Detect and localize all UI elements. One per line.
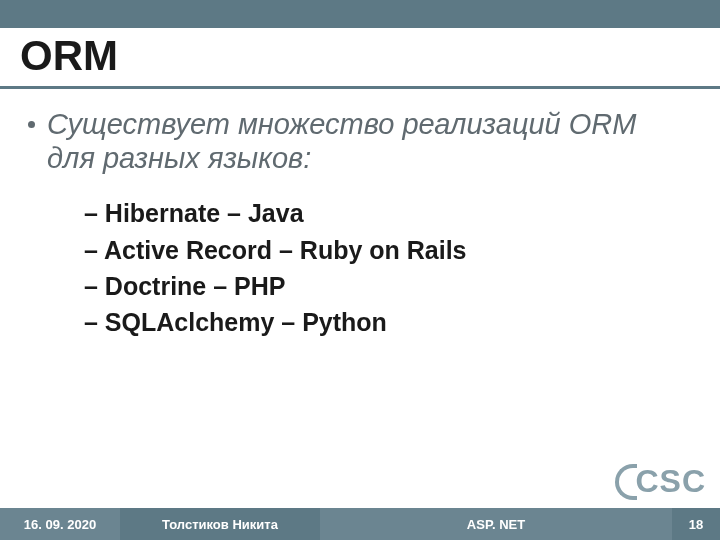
logo-arc-icon <box>615 464 637 500</box>
content-area: Существует множество реализаций ORM для … <box>0 89 720 508</box>
footer-author: Толстиков Никита <box>120 508 320 540</box>
csc-logo: CSC <box>615 463 706 500</box>
top-bar <box>0 0 720 28</box>
list-item: – SQLAclchemy – Python <box>84 304 692 340</box>
bullet-icon <box>28 121 35 128</box>
footer-page: 18 <box>672 508 720 540</box>
list-item: – Hibernate – Java <box>84 195 692 231</box>
slide-title: ORM <box>20 32 700 80</box>
sub-list: – Hibernate – Java – Active Record – Rub… <box>28 195 692 340</box>
footer-date: 16. 09. 2020 <box>0 508 120 540</box>
lead-text: Существует множество реализаций ORM для … <box>47 107 692 175</box>
logo-text: CSC <box>635 463 706 500</box>
slide: ORM Существует множество реализаций ORM … <box>0 0 720 540</box>
title-area: ORM <box>0 28 720 82</box>
lead-row: Существует множество реализаций ORM для … <box>28 107 692 191</box>
list-item: – Active Record – Ruby on Rails <box>84 232 692 268</box>
footer: 16. 09. 2020 Толстиков Никита ASP. NET 1… <box>0 508 720 540</box>
list-item: – Doctrine – PHP <box>84 268 692 304</box>
footer-topic: ASP. NET <box>320 508 672 540</box>
